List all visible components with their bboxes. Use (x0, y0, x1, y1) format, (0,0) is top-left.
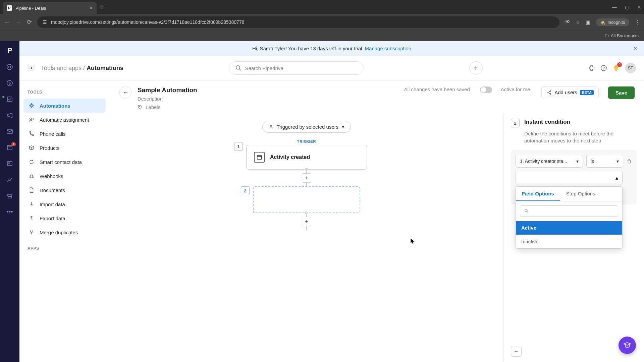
quick-add-button[interactable]: + (469, 61, 483, 75)
sidebar-item-automatic-assignment[interactable]: Automatic assignment (23, 113, 106, 127)
new-tab-button[interactable]: + (100, 3, 104, 11)
panel-icon[interactable]: ▣ (586, 19, 591, 25)
field-select[interactable]: 1. Activity creator sta... ▾ (516, 155, 583, 168)
svg-rect-29 (257, 156, 262, 160)
tips-badge: ? (617, 62, 622, 67)
delete-condition-icon[interactable] (627, 159, 632, 164)
app-logo[interactable]: P (7, 46, 12, 55)
rail-marketplace-icon[interactable] (6, 192, 14, 200)
node-1-number: 1 (234, 142, 243, 151)
browser-tab[interactable]: P Pipeline - Deals × (3, 2, 97, 14)
option-active[interactable]: Active (516, 221, 622, 235)
breadcrumb-root[interactable]: Tools and apps (41, 65, 82, 71)
rail-campaigns-icon[interactable] (6, 111, 14, 119)
tag-icon (138, 105, 143, 110)
rail-more-icon[interactable]: ••• (6, 208, 14, 216)
forward-icon[interactable]: → (15, 19, 21, 26)
sidebar-item-automations[interactable]: Automations (23, 99, 106, 113)
rail-insights-icon[interactable] (6, 176, 14, 184)
node-1-title: Activity created (270, 154, 310, 160)
site-info-icon[interactable]: ☰ (43, 19, 47, 25)
back-button[interactable]: ← (119, 86, 131, 99)
beta-badge: BETA (580, 90, 594, 95)
rail-tasks-icon[interactable] (6, 95, 14, 103)
rail-mail-icon[interactable] (6, 127, 14, 135)
flow-canvas[interactable]: Triggered by selected users ▾ TRIGGER 1 … (110, 113, 503, 362)
extensions-icon[interactable] (588, 65, 595, 71)
sidebar-toggle-icon[interactable] (28, 65, 34, 71)
all-bookmarks-link[interactable]: 🗀 All Bookmarks (604, 33, 639, 38)
save-status: All changes have been saved (404, 86, 470, 92)
svg-text:?: ? (603, 66, 605, 70)
maximize-icon[interactable]: ▢ (625, 4, 629, 10)
sidebar-tools-heading: TOOLS (28, 90, 102, 95)
rail-contacts-icon[interactable] (6, 160, 14, 168)
help-fab[interactable] (619, 337, 636, 354)
export-icon (28, 215, 35, 221)
browser-toolbar: ← → ⟳ ☰ moodjoy.pipedrive.com/settings/a… (0, 14, 644, 30)
add-step-button[interactable]: + (302, 173, 311, 183)
automation-title[interactable]: Sample Automation (138, 86, 398, 94)
add-step-button-2[interactable]: + (302, 217, 311, 226)
panel-back-button[interactable]: ← (511, 346, 522, 357)
trigger-node[interactable]: Activity created (246, 145, 367, 170)
tab-step-options[interactable]: Step Options (560, 187, 601, 201)
trigger-label: TRIGGER (246, 139, 367, 143)
panel-title: Instant condition (524, 119, 570, 125)
automation-labels[interactable]: Labels (138, 104, 398, 110)
incognito-indicator[interactable]: 🕵 Incognito (596, 18, 629, 26)
close-window-icon[interactable]: ✕ (637, 4, 641, 10)
bookmark-star-icon[interactable]: ☆ (576, 19, 580, 25)
webhook-icon (28, 173, 35, 179)
sidebar-item-documents[interactable]: Documents (23, 183, 106, 197)
svg-point-21 (30, 177, 31, 178)
sidebar-item-export[interactable]: Export data (23, 211, 106, 225)
sidebar-item-smart-contact[interactable]: Smart contact data (23, 155, 106, 169)
share-icon (546, 90, 552, 95)
automation-description[interactable]: Description (138, 96, 398, 102)
svg-point-9 (8, 163, 10, 164)
user-avatar[interactable]: ST (625, 63, 636, 73)
option-inactive[interactable]: Inactive (516, 235, 622, 248)
trigger-users-chip[interactable]: Triggered by selected users ▾ (262, 121, 351, 133)
sidebar-item-phone-calls[interactable]: Phone calls (23, 127, 106, 141)
manage-subscription-link[interactable]: Manage subscription (365, 46, 411, 51)
eye-off-icon[interactable]: 👁 (565, 19, 570, 25)
sidebar-item-import[interactable]: Import data (23, 197, 106, 211)
user-icon (269, 124, 273, 129)
svg-point-31 (525, 209, 527, 212)
search-input[interactable]: Search Pipedrive (229, 61, 363, 75)
rail-currency-icon[interactable]: $ (6, 79, 14, 87)
window-controls: — ▢ ✕ (612, 4, 641, 10)
rail-calendar-icon[interactable]: 1 (6, 143, 14, 152)
minimize-icon[interactable]: — (612, 4, 617, 10)
placeholder-node[interactable]: 2 (253, 186, 360, 213)
dropdown-search-input[interactable] (532, 208, 614, 214)
active-toggle[interactable] (480, 86, 492, 93)
tab-close-icon[interactable]: × (90, 5, 93, 11)
assignment-icon (28, 117, 35, 123)
svg-rect-4 (7, 97, 12, 102)
left-rail: P $ 1 ••• (0, 41, 19, 362)
browser-menu-icon[interactable]: ⋮ (635, 19, 640, 25)
value-select[interactable]: ▴ (516, 171, 623, 184)
breadcrumb: Tools and apps / Automations (41, 65, 123, 72)
bookmarks-bar: 🗀 All Bookmarks (0, 30, 644, 41)
sidebar-item-merge[interactable]: Merge duplicates (23, 225, 106, 239)
banner-close-icon[interactable]: × (633, 45, 637, 52)
rail-target-icon[interactable] (6, 63, 14, 71)
tips-icon[interactable]: ? (612, 64, 620, 72)
save-button[interactable]: Save (608, 86, 635, 99)
back-icon[interactable]: ← (4, 19, 10, 26)
url-bar[interactable]: ☰ moodjoy.pipedrive.com/settings/automat… (37, 16, 559, 28)
help-icon[interactable]: ? (600, 65, 607, 71)
sidebar-item-webhooks[interactable]: Webhooks (23, 169, 106, 183)
sidebar-item-products[interactable]: Products (23, 141, 106, 155)
tab-field-options[interactable]: Field Options (516, 187, 560, 201)
dropdown-search[interactable] (520, 205, 618, 217)
operator-select[interactable]: is ▾ (586, 155, 623, 168)
sidebar-apps-heading: APPS (28, 246, 102, 251)
add-users-button[interactable]: Add users BETA (541, 86, 599, 98)
reload-icon[interactable]: ⟳ (27, 18, 32, 26)
chevron-up-icon: ▴ (615, 175, 618, 181)
